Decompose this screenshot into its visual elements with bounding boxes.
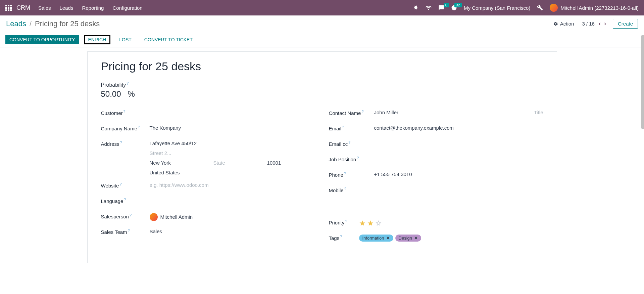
user-menu[interactable]: Mitchell Admin (22732213-16-0-all): [550, 4, 639, 12]
help-icon[interactable]: ?: [344, 187, 346, 191]
mobile-value[interactable]: [374, 186, 543, 187]
customer-value[interactable]: [150, 109, 315, 110]
apps-icon[interactable]: [5, 5, 12, 11]
lost-button[interactable]: LOST: [115, 35, 136, 44]
tag-design[interactable]: Design ✕: [395, 235, 421, 242]
help-icon[interactable]: ?: [357, 156, 359, 160]
probability-value[interactable]: 50.00: [101, 89, 121, 99]
help-icon[interactable]: ?: [123, 110, 126, 114]
menu-configuration[interactable]: Configuration: [112, 5, 142, 11]
breadcrumb: Leads / Pricing for 25 desks: [6, 19, 100, 28]
breadcrumb-leads[interactable]: Leads: [6, 19, 26, 28]
email-label: Email: [329, 126, 342, 131]
wifi-icon[interactable]: [426, 5, 432, 11]
tag-information[interactable]: Information ✕: [359, 235, 393, 242]
company-switcher[interactable]: My Company (San Francisco): [464, 5, 530, 11]
user-avatar-icon: [550, 4, 558, 12]
main-menu: Sales Leads Reporting Configuration: [38, 5, 143, 11]
menu-reporting[interactable]: Reporting: [82, 5, 104, 11]
title-row: Pricing for 25 desks: [101, 60, 415, 75]
close-icon[interactable]: ✕: [414, 236, 418, 241]
help-icon[interactable]: ?: [361, 110, 363, 114]
address-values: Lafayette Ave 450/12 Street 2... New Yor…: [150, 140, 315, 175]
salesperson-name: Mitchell Admin: [160, 214, 193, 220]
star-icon[interactable]: ★: [367, 219, 374, 228]
field-salesperson: Salesperson? Mitchell Admin: [101, 212, 315, 222]
field-job-position: Job Position?: [329, 155, 543, 165]
messages-badge: 6: [444, 3, 449, 7]
help-icon[interactable]: ?: [344, 171, 346, 175]
app-brand[interactable]: CRM: [16, 4, 30, 11]
close-icon[interactable]: ✕: [386, 236, 390, 241]
pager-next-icon[interactable]: ›: [604, 20, 606, 27]
website-placeholder[interactable]: e.g. https://www.odoo.com: [150, 181, 315, 188]
field-mobile: Mobile?: [329, 186, 543, 196]
lead-title[interactable]: Pricing for 25 desks: [101, 60, 415, 73]
breadcrumb-separator: /: [30, 19, 32, 28]
debug-icon[interactable]: [413, 5, 419, 11]
help-icon[interactable]: ?: [128, 228, 130, 233]
convert-opportunity-button[interactable]: CONVERT TO OPPORTUNITY: [5, 35, 79, 44]
contact-name-value[interactable]: John Miller: [374, 110, 521, 115]
star-icon[interactable]: ★: [359, 219, 366, 228]
salesteam-label: Sales Team: [101, 229, 127, 235]
priority-stars: ★ ★ ☆: [359, 218, 543, 228]
help-icon[interactable]: ?: [342, 125, 344, 129]
job-position-value[interactable]: [374, 155, 543, 156]
create-button[interactable]: Create: [613, 19, 638, 29]
help-icon[interactable]: ?: [130, 213, 132, 217]
field-language: Language?: [101, 197, 315, 206]
help-icon[interactable]: ?: [348, 140, 350, 144]
help-icon[interactable]: ?: [340, 235, 342, 239]
street-value[interactable]: Lafayette Ave 450/12: [150, 140, 315, 146]
tags-label: Tags: [329, 235, 340, 241]
form-sheet: Pricing for 25 desks Probability? 50.00 …: [87, 51, 557, 263]
tag-label: Design: [399, 236, 412, 241]
pager-prev-icon[interactable]: ‹: [599, 20, 601, 27]
email-cc-label: Email cc: [329, 141, 348, 147]
salesperson-label: Salesperson: [101, 214, 129, 219]
gear-icon: [553, 22, 558, 26]
help-icon[interactable]: ?: [120, 140, 122, 144]
salesteam-value[interactable]: Sales: [150, 228, 315, 234]
menu-sales[interactable]: Sales: [38, 5, 51, 11]
email-value[interactable]: contact@thekompany.example.com: [374, 124, 543, 131]
scrollbar[interactable]: [641, 35, 644, 129]
activities-badge: 32: [454, 3, 462, 7]
star-icon[interactable]: ☆: [375, 219, 382, 228]
field-email-cc: Email cc?: [329, 140, 543, 149]
company-name-value[interactable]: The Kompany: [150, 124, 315, 131]
left-column: Customer? Company Name? The Kompany Addr…: [101, 109, 315, 249]
probability-label: Probability: [101, 82, 126, 88]
help-icon[interactable]: ?: [124, 198, 126, 202]
pager-text[interactable]: 3 / 16: [582, 21, 595, 27]
field-phone: Phone? +1 555 754 3010: [329, 171, 543, 180]
contact-name-label: Contact Name: [329, 110, 361, 116]
help-icon[interactable]: ?: [345, 219, 347, 223]
city-value[interactable]: New York: [150, 160, 200, 166]
menu-leads[interactable]: Leads: [60, 5, 73, 11]
country-value[interactable]: United States: [150, 170, 315, 175]
tools-icon[interactable]: [537, 5, 543, 11]
help-icon[interactable]: ?: [138, 125, 140, 129]
tag-label: Information: [362, 236, 384, 241]
enrich-button[interactable]: ENRICH: [84, 35, 111, 44]
tags-container[interactable]: Information ✕ Design ✕: [359, 234, 543, 242]
title-placeholder[interactable]: Title: [534, 110, 543, 115]
convert-ticket-button[interactable]: CONVERT TO TICKET: [140, 35, 197, 44]
messages-icon[interactable]: 6: [438, 5, 444, 11]
phone-label: Phone: [329, 172, 343, 178]
zip-value[interactable]: 10001: [267, 160, 281, 166]
state-placeholder[interactable]: State: [213, 160, 254, 166]
help-icon[interactable]: ?: [127, 81, 129, 85]
help-icon[interactable]: ?: [119, 182, 121, 186]
action-dropdown[interactable]: Action: [553, 21, 574, 27]
email-cc-value[interactable]: [374, 140, 543, 140]
field-customer: Customer?: [101, 109, 315, 118]
language-value[interactable]: [150, 197, 315, 198]
salesperson-value[interactable]: Mitchell Admin: [150, 212, 315, 221]
phone-value[interactable]: +1 555 754 3010: [374, 171, 543, 177]
street2-placeholder[interactable]: Street 2...: [150, 150, 315, 156]
activities-icon[interactable]: 32: [451, 5, 457, 11]
company-name-label: Company Name: [101, 126, 137, 131]
